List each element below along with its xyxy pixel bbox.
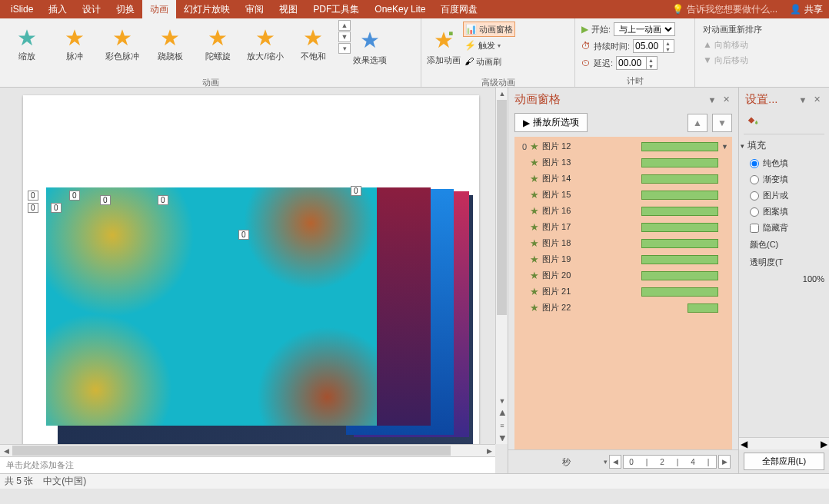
tl-right[interactable]: ▶ — [718, 455, 731, 469]
anim-list-item[interactable]: ★ 图片 15 — [514, 187, 732, 203]
slide-nav[interactable]: ≡ — [496, 419, 508, 432]
move-earlier[interactable]: ▲向前移动 — [701, 37, 764, 52]
tl-track[interactable]: 0 | 2 | 4 | — [623, 455, 717, 469]
play-selected[interactable]: ▶播放所选项 — [514, 113, 588, 132]
picture-radio[interactable] — [750, 191, 759, 201]
hide-bg-option[interactable]: 隐藏背 — [739, 220, 829, 236]
notes-pane[interactable]: 单击此处添加备注 — [0, 456, 495, 473]
next-slide[interactable]: ⯆ — [496, 432, 508, 444]
tab-design[interactable]: 设计 — [75, 0, 108, 19]
gradient-radio[interactable] — [750, 175, 759, 184]
tell-me-input[interactable]: 💡 告诉我您想要做什么... — [666, 3, 784, 16]
hscroll-left[interactable]: ◀ — [0, 445, 12, 457]
tab-animations[interactable]: 动画 — [142, 0, 176, 19]
anim-list-item[interactable]: ★ 图片 16 — [514, 203, 732, 219]
hscroll-right[interactable]: ▶ — [483, 445, 495, 457]
anim-list-item[interactable]: ★ 图片 19 — [514, 251, 732, 267]
anim-pulse[interactable]: 脉冲 — [51, 20, 98, 69]
tab-transitions[interactable]: 切换 — [108, 0, 142, 19]
hscroll-thumb[interactable] — [12, 446, 451, 456]
anim-list-item[interactable]: ★ 图片 20 — [514, 267, 732, 284]
tab-review[interactable]: 审阅 — [238, 0, 271, 19]
vscroll-down[interactable]: ▼ — [496, 395, 508, 407]
anim-list-item[interactable]: ★ 图片 14 — [514, 171, 732, 187]
vertical-scrollbar[interactable]: ▲ ▼ ⯅ ≡ ⯆ — [495, 88, 508, 444]
duration-spinner[interactable]: 05.00▲▼ — [633, 39, 674, 53]
solid-radio[interactable] — [750, 159, 759, 168]
prev-slide[interactable]: ⯅ — [496, 407, 508, 419]
anim-spin[interactable]: 陀螺旋 — [194, 20, 241, 69]
anim-timeline-bar[interactable] — [641, 191, 718, 200]
vscroll-up[interactable]: ▲ — [496, 88, 508, 100]
anim-timeline-bar[interactable] — [641, 142, 718, 151]
anim-timeline-bar[interactable] — [641, 207, 718, 216]
anim-grow[interactable]: 放大/缩小 — [241, 20, 289, 69]
share-button[interactable]: 👤 共享 — [784, 3, 829, 16]
pattern-fill-option[interactable]: 图案填 — [739, 204, 829, 220]
anim-list-item[interactable]: ★ 图片 17 — [514, 219, 732, 235]
move-up-btn[interactable]: ▲ — [688, 114, 707, 132]
trigger-button[interactable]: ⚡触发▾ — [463, 38, 515, 53]
delay-spinner[interactable]: 00.00▲▼ — [616, 56, 658, 70]
anim-teeter[interactable]: 跷跷板 — [146, 20, 194, 69]
anim-timeline-bar[interactable] — [641, 158, 718, 167]
slide-image-front[interactable] — [46, 187, 377, 426]
duration-down[interactable]: ▼ — [663, 46, 672, 52]
anim-list-item[interactable]: ★ 图片 18 — [514, 235, 732, 251]
move-later[interactable]: ▼向后移动 — [701, 52, 764, 68]
delay-down[interactable]: ▼ — [646, 63, 655, 69]
slide-canvas-wrap[interactable]: 0 0 0 0 0 0 0 0 ▲ ▼ ⯅ ≡ ⯆ — [0, 88, 508, 444]
tab-onekey[interactable]: OneKey Lite — [367, 1, 433, 18]
anim-desaturate[interactable]: 不饱和 — [289, 20, 337, 69]
transparency-row[interactable]: 透明度(T — [739, 254, 829, 271]
add-animation[interactable]: 添加动画 — [424, 20, 463, 74]
anim-list-item[interactable]: ★ 图片 21 — [514, 284, 732, 300]
fp-right[interactable]: ▶ — [821, 439, 827, 449]
animation-pane-button[interactable]: 📊动画窗格 — [463, 22, 515, 37]
anim-list-item[interactable]: ★ 图片 22 — [514, 300, 732, 316]
hide-checkbox[interactable] — [750, 224, 759, 233]
gradient-fill-option[interactable]: 渐变填 — [739, 171, 829, 187]
tab-view[interactable]: 视图 — [271, 0, 305, 19]
tab-pdf[interactable]: PDF工具集 — [305, 0, 367, 19]
picture-fill-option[interactable]: 图片或 — [739, 187, 829, 204]
anim-timeline-bar[interactable] — [641, 287, 718, 297]
pane-options[interactable]: ▼ — [706, 94, 718, 106]
fp-left[interactable]: ◀ — [741, 439, 747, 449]
gallery-down[interactable]: ▼ — [338, 32, 351, 42]
gallery-more[interactable]: ▾ — [338, 43, 351, 54]
color-row[interactable]: 颜色(C) — [739, 236, 829, 254]
fill-section[interactable]: ▾填充 — [739, 136, 829, 155]
anim-timeline-bar[interactable] — [641, 239, 718, 248]
tl-left[interactable]: ◀ — [609, 455, 621, 469]
effect-options[interactable]: 效果选项 — [351, 20, 389, 74]
gallery-up[interactable]: ▲ — [338, 20, 351, 31]
animation-painter[interactable]: 🖌动画刷 — [463, 54, 515, 69]
pane-close[interactable]: ✕ — [720, 94, 732, 106]
apply-all-button[interactable]: 全部应用(L) — [744, 453, 824, 470]
tab-insert[interactable]: 插入 — [41, 0, 75, 19]
delay-up[interactable]: ▲ — [646, 57, 655, 63]
anim-colorpulse[interactable]: 彩色脉冲 — [98, 20, 146, 69]
anim-dropdown[interactable]: ▼ — [721, 143, 729, 151]
tab-slideshow[interactable]: 幻灯片放映 — [176, 0, 238, 19]
anim-shrink[interactable]: 缩放 — [3, 20, 51, 69]
format-close[interactable]: ✕ — [811, 94, 823, 106]
duration-up[interactable]: ▲ — [663, 40, 672, 46]
anim-timeline-bar[interactable] — [641, 223, 718, 232]
horizontal-scrollbar[interactable]: ◀ ▶ — [0, 444, 495, 456]
start-select[interactable]: 与上一动画... — [614, 22, 675, 36]
anim-timeline-bar[interactable] — [688, 303, 718, 313]
anim-list-item[interactable]: 0 ★ 图片 12 ▼ — [514, 138, 732, 154]
solid-fill-option[interactable]: 纯色填 — [739, 155, 829, 171]
anim-timeline-bar[interactable] — [641, 255, 718, 264]
anim-list-item[interactable]: ★ 图片 13 — [514, 154, 732, 171]
language[interactable]: 中文(中国) — [41, 475, 86, 488]
move-down-btn[interactable]: ▼ — [712, 114, 732, 132]
anim-timeline-bar[interactable] — [641, 271, 718, 280]
pattern-radio[interactable] — [750, 207, 759, 217]
format-hscroll[interactable]: ◀▶ — [739, 437, 829, 449]
paint-bucket-icon[interactable] — [739, 108, 829, 132]
format-options[interactable]: ▼ — [797, 94, 809, 106]
tab-islide[interactable]: iSlide — [3, 1, 41, 18]
